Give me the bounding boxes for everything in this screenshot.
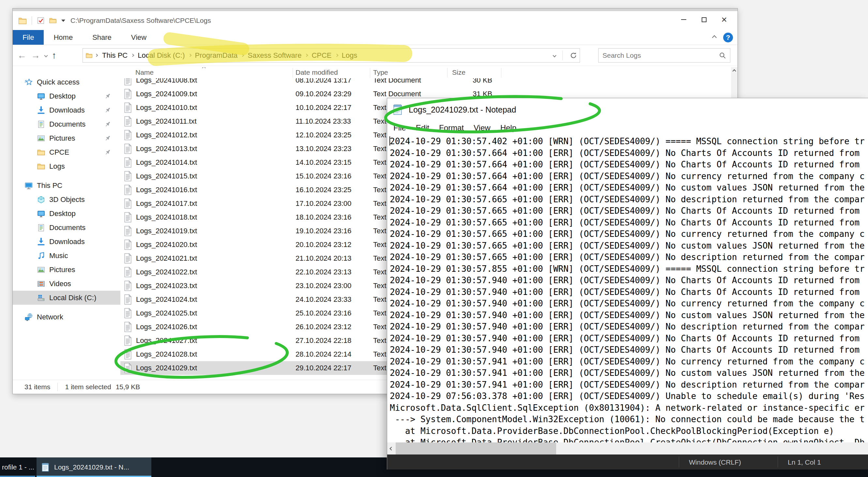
- explorer-titlebar[interactable]: C:\ProgramData\Saxess Software\CPCE\Logs…: [13, 11, 738, 30]
- file-name: Logs_20241010.txt: [136, 103, 197, 112]
- breadcrumb-chevron-icon[interactable]: [131, 54, 134, 57]
- address-dropdown-icon[interactable]: [553, 54, 556, 57]
- close-button[interactable]: ×: [714, 11, 734, 28]
- notepad-menu-view[interactable]: View: [469, 123, 495, 132]
- sidebar-item-quick-access[interactable]: Quick access: [13, 75, 120, 89]
- file-name: Logs_20241018.txt: [136, 213, 197, 221]
- documents-icon: [37, 223, 45, 232]
- file-date: 11.10.2024 23:33: [296, 117, 351, 126]
- breadcrumb-item-local-disk-c-[interactable]: Local Disk (C:): [135, 50, 187, 61]
- notepad-horizontal-scrollbar[interactable]: [387, 442, 868, 454]
- maximize-button[interactable]: [694, 11, 714, 28]
- breadcrumb-item-logs[interactable]: Logs: [339, 50, 360, 61]
- sidebar-item-downloads[interactable]: Downloads: [13, 235, 120, 249]
- help-icon[interactable]: ?: [723, 33, 733, 42]
- sidebar-item-music[interactable]: Music: [13, 249, 120, 263]
- file-date: 21.10.2024 20:13: [296, 254, 351, 263]
- taskbar-active-indicator: [36, 476, 151, 477]
- sidebar-item-documents[interactable]: Documents: [13, 117, 120, 131]
- sidebar-item-local-disk-c-[interactable]: Local Disk (C:): [13, 291, 120, 305]
- sidebar-item-pictures[interactable]: Pictures: [13, 131, 120, 145]
- column-header-date-modified[interactable]: Date modified: [296, 68, 338, 76]
- breadcrumb-chevron-icon[interactable]: [305, 54, 308, 57]
- taskbar-button-window-0[interactable]: rofile 1 - ...: [0, 457, 35, 477]
- sidebar-item-cpce[interactable]: CPCE: [13, 145, 120, 159]
- file-date: 08.10.2024 13:17: [296, 78, 351, 85]
- sidebar-item-desktop[interactable]: Desktop: [13, 89, 120, 103]
- sidebar-item-desktop[interactable]: Desktop: [13, 207, 120, 220]
- breadcrumb-item-this-pc[interactable]: This PC: [99, 50, 130, 61]
- ribbon-tab-share[interactable]: Share: [83, 30, 121, 45]
- sidebar-item-label: 3D Objects: [49, 196, 85, 204]
- sidebar-item-pictures[interactable]: Pictures: [13, 263, 120, 277]
- notepad-menu-format[interactable]: Format: [434, 123, 469, 132]
- column-header-type[interactable]: Type: [373, 68, 388, 76]
- txt-file-icon: [123, 349, 133, 360]
- search-icon[interactable]: [718, 51, 727, 60]
- divider: [57, 383, 58, 391]
- column-header-name[interactable]: Name: [135, 68, 154, 76]
- breadcrumb-item-programdata[interactable]: ProgramData: [192, 50, 240, 61]
- notepad-text-area[interactable]: 2024-10-29 01:30:57.402 +01:00 [WRN] (OC…: [387, 135, 868, 442]
- taskbar-button-notepad[interactable]: Logs_20241029.txt - N...: [36, 457, 151, 477]
- scroll-left-icon[interactable]: [387, 442, 396, 454]
- sidebar-item-label: Downloads: [49, 238, 85, 246]
- ribbon-tab-view[interactable]: View: [121, 30, 156, 45]
- ribbon-tab-home[interactable]: Home: [44, 30, 83, 45]
- sidebar-item-label: Documents: [49, 120, 86, 128]
- refresh-icon[interactable]: [569, 51, 578, 60]
- file-name: Logs_20241026.txt: [136, 323, 197, 331]
- sidebar-item-documents[interactable]: Documents: [13, 220, 120, 235]
- desktop-icon: [37, 209, 45, 218]
- text-cursor: [390, 137, 390, 146]
- local-disk-icon: [37, 294, 45, 302]
- breadcrumb-item-cpce[interactable]: CPCE: [309, 50, 334, 61]
- back-button[interactable]: ←: [17, 50, 26, 61]
- scrollbar-thumb[interactable]: [396, 442, 556, 454]
- navigation-bar: ← → ↑ This PCLocal Disk (C:)ProgramDataS…: [13, 45, 738, 66]
- properties-checkbox-icon[interactable]: [36, 16, 45, 25]
- file-date: 19.10.2024 23:16: [296, 227, 351, 235]
- notepad-statusbar: Windows (CRLF) Ln 1, Col 1: [387, 454, 868, 470]
- up-button[interactable]: ↑: [52, 50, 56, 61]
- txt-file-icon: [123, 239, 133, 250]
- breadcrumb-chevron-icon[interactable]: [335, 54, 338, 57]
- txt-file-icon: [123, 308, 133, 319]
- notepad-window: Logs_20241029.txt - Notepad FileEditForm…: [387, 98, 868, 470]
- sidebar-item-label: Pictures: [49, 266, 75, 274]
- notepad-titlebar[interactable]: Logs_20241029.txt - Notepad: [387, 98, 868, 121]
- file-name: Logs_20241013.txt: [136, 145, 197, 153]
- ribbon-tab-file[interactable]: File: [13, 30, 44, 45]
- file-name: Logs_20241015.txt: [136, 172, 197, 180]
- breadcrumb-chevron-icon[interactable]: [241, 54, 244, 57]
- sidebar-item-network[interactable]: Network: [13, 310, 120, 324]
- minimize-button[interactable]: [674, 11, 694, 28]
- sidebar-item-downloads[interactable]: Downloads: [13, 103, 120, 117]
- ribbon-collapse-icon[interactable]: [712, 35, 717, 40]
- file-date: 12.10.2024 23:25: [296, 131, 351, 139]
- qat-dropdown-icon[interactable]: [61, 20, 65, 22]
- notepad-menu-file[interactable]: File: [389, 123, 411, 132]
- forward-button[interactable]: →: [31, 50, 40, 61]
- scroll-up-icon[interactable]: [731, 67, 738, 75]
- sidebar-item-videos[interactable]: Videos: [13, 277, 120, 291]
- sidebar-item-3d-objects[interactable]: 3D Objects: [13, 192, 120, 207]
- breadcrumb-item-saxess-software[interactable]: Saxess Software: [245, 50, 304, 61]
- address-bar[interactable]: This PCLocal Disk (C:)ProgramDataSaxess …: [83, 48, 580, 63]
- new-folder-icon[interactable]: [48, 17, 57, 25]
- sidebar-item-label: Network: [37, 313, 63, 321]
- txt-file-icon: [123, 144, 133, 154]
- sidebar-item-logs[interactable]: Logs: [13, 159, 120, 173]
- breadcrumb-chevron-icon[interactable]: [188, 54, 191, 57]
- breadcrumb-chevron-icon[interactable]: [95, 54, 98, 57]
- explorer-app-icon: [18, 17, 27, 25]
- selection-count: 1 item selected: [65, 383, 111, 391]
- notepad-menu-help[interactable]: Help: [495, 123, 521, 132]
- sidebar-item-this-pc[interactable]: This PC: [13, 178, 120, 192]
- file-row-logs-20241008-txt[interactable]: Logs_20241008.txt08.10.2024 13:17Text Do…: [120, 78, 731, 87]
- file-name: Logs_20241008.txt: [136, 78, 197, 85]
- search-input[interactable]: Search Logs: [598, 48, 730, 63]
- column-header-size[interactable]: Size: [452, 68, 465, 76]
- notepad-menu-edit[interactable]: Edit: [411, 123, 434, 132]
- recent-locations-icon[interactable]: [44, 54, 48, 57]
